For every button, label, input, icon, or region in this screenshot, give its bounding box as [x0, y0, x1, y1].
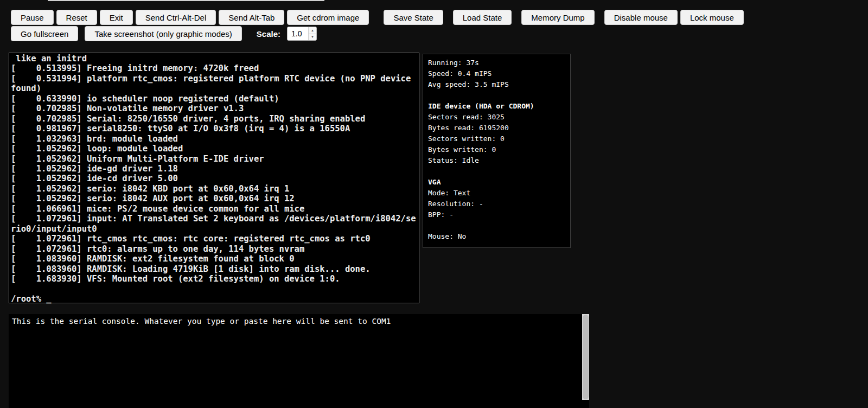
stats-line: Mouse: No [428, 231, 565, 242]
serial-scrollbar[interactable] [582, 314, 589, 400]
send-ctrl-alt-del-button[interactable]: Send Ctrl-Alt-Del [136, 10, 216, 25]
lock-mouse-button[interactable]: Lock mouse [680, 10, 744, 25]
stats-line: Resolution: - [428, 199, 565, 209]
serial-console: This is the serial console. Whatever you… [9, 314, 589, 408]
stats-line: Bytes written: 0 [428, 144, 565, 155]
go-fullscreen-button[interactable]: Go fullscreen [11, 26, 78, 41]
scrollbar-thumb[interactable] [583, 315, 589, 399]
stats-line: Speed: 0.4 mIPS [428, 68, 565, 79]
stats-spacer [428, 166, 565, 177]
load-state-button[interactable]: Load State [453, 10, 512, 25]
toolbar-row-2: Go fullscreen Take screenshot (only grap… [11, 26, 744, 41]
get-cdrom-image-button[interactable]: Get cdrom image [287, 10, 369, 25]
serial-console-input[interactable]: This is the serial console. Whatever you… [9, 314, 589, 408]
stats-line: BPP: - [428, 209, 565, 220]
reset-button[interactable]: Reset [56, 10, 97, 25]
page-top-rule [48, 0, 324, 1]
save-state-button[interactable]: Save State [384, 10, 443, 25]
spinner-down-icon[interactable]: ▼ [309, 34, 316, 41]
toolbar-row-1: Pause Reset Exit Send Ctrl-Alt-Del Send … [11, 10, 744, 25]
stats-section-header: VGA [428, 177, 565, 188]
scale-spinner[interactable]: ▲ ▼ [308, 27, 316, 40]
stats-line: Status: Idle [428, 155, 565, 166]
stats-line: Sectors read: 3025 [428, 112, 565, 123]
stats-line: Mode: Text [428, 188, 565, 199]
stats-line: Avg speed: 3.5 mIPS [428, 79, 565, 90]
memory-dump-button[interactable]: Memory Dump [521, 10, 594, 25]
pause-button[interactable]: Pause [11, 10, 54, 25]
stats-line: Sectors written: 0 [428, 133, 565, 144]
terminal-text: like an initrd [ 0.513995] Freeing initr… [11, 54, 417, 304]
scale-control[interactable]: ▲ ▼ [287, 27, 317, 41]
stats-line: Running: 37s [428, 58, 565, 68]
send-alt-tab-button[interactable]: Send Alt-Tab [219, 10, 284, 25]
take-screenshot-button[interactable]: Take screenshot (only graphic modes) [85, 26, 241, 41]
disable-mouse-button[interactable]: Disable mouse [604, 10, 678, 25]
stats-spacer [428, 90, 565, 101]
emulator-screen[interactable]: like an initrd [ 0.513995] Freeing initr… [9, 53, 419, 303]
stats-panel: Running: 37sSpeed: 0.4 mIPSAvg speed: 3.… [423, 54, 571, 248]
toolbar: Pause Reset Exit Send Ctrl-Alt-Del Send … [11, 10, 744, 42]
scale-value-input[interactable] [288, 27, 308, 40]
scale-label: Scale: [257, 29, 280, 39]
stats-line: Bytes read: 6195200 [428, 123, 565, 133]
spinner-up-icon[interactable]: ▲ [309, 27, 316, 34]
exit-button[interactable]: Exit [100, 10, 133, 25]
stats-section-header: IDE device (HDA or CDROM) [428, 101, 565, 112]
stats-spacer [428, 220, 565, 231]
